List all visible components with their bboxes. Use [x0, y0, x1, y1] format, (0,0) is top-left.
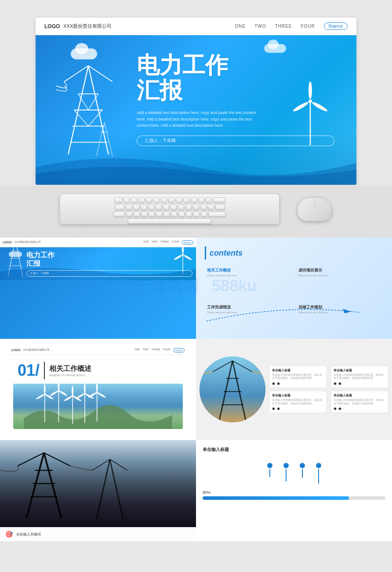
- kb-key: [141, 205, 147, 210]
- pin-dot-1: [267, 463, 272, 468]
- thumb-3-nav-one: ONE: [134, 348, 140, 352]
- thumb-4-left-cards: 单击输入标题 关击输入内容描述省相应位置注意，请点击文字进行修改，并成改为您的内…: [269, 366, 327, 414]
- kb-key: [123, 198, 130, 203]
- kb-key: [171, 212, 177, 217]
- info-card-2: 单击输入标题 关击输入内容描述省相应位置注意，请点击文字进行修改，并成改为您的内…: [330, 366, 388, 388]
- thumbnail-4[interactable]: 单击输入标题 关击输入内容描述省相应位置注意，请点击文字进行修改，并成改为您的内…: [196, 339, 392, 440]
- cloud-decoration-1: [71, 48, 97, 59]
- kb-key: [126, 212, 132, 217]
- thumbnail-6[interactable]: 单击输入标题: [196, 440, 392, 541]
- kb-key: [134, 212, 140, 217]
- kb-key: [171, 205, 177, 210]
- pin-dot-2: [283, 463, 289, 468]
- svg-point-57: [76, 393, 85, 400]
- keyboard-row-4: [65, 219, 274, 224]
- card-icons-4: ◉ ◉: [334, 407, 385, 411]
- hero-title: 电力工作 汇报: [137, 53, 334, 103]
- thumb-1-finance-badge: finance: [182, 240, 193, 245]
- svg-point-45: [58, 384, 59, 390]
- thumbnail-1[interactable]: LOGO XXX股份责任有限公司 ONE TWO THREE FOUR fina…: [0, 238, 196, 339]
- keyword-label: 在此输入关键词: [16, 532, 41, 537]
- section-title-en: Analysis of internal factors: [49, 374, 91, 377]
- thumbnails-grid: LOGO XXX股份责任有限公司 ONE TWO THREE FOUR fina…: [0, 238, 392, 541]
- thumbnail-3[interactable]: LOGO XXX股份责任有限公司 ONE TWO THREE FOUR fina…: [0, 339, 196, 440]
- kb-key: [113, 212, 125, 217]
- kb-key: [156, 212, 162, 217]
- kb-key: [208, 212, 226, 217]
- pin-2: [283, 463, 289, 468]
- thumb-5-bottom: 🎯 在此输入关键词: [0, 527, 196, 541]
- thumb-3-photo: [13, 384, 183, 429]
- progress-label: 80%: [203, 490, 385, 495]
- svg-point-42: [36, 393, 45, 400]
- contents-item-1-cn: 相关工作概述: [207, 268, 290, 273]
- thumb-1-title: 电力工作 汇报: [26, 251, 192, 268]
- thumb-1-reporter: 汇报人：千库网: [26, 270, 192, 277]
- nav-item-two[interactable]: TWO: [254, 24, 266, 29]
- night-tower-svg: [0, 440, 196, 527]
- thumb-1-logo: LOGO: [3, 241, 12, 244]
- keyboard-row-2: [65, 205, 274, 210]
- pin-1: [267, 463, 272, 468]
- pin-4: [316, 463, 321, 468]
- thumb-4-right-cards: 单击输入标题 关击输入内容描述省相应位置注意，请点击文字进行修改，并成改为您的内…: [330, 366, 388, 414]
- pin-dot-3: [300, 463, 305, 468]
- kb-key: [148, 205, 154, 210]
- kb-key: [193, 212, 200, 217]
- svg-rect-63: [200, 356, 265, 422]
- hero-title-line1: 电力工作: [137, 53, 334, 78]
- kb-key: [178, 212, 185, 217]
- hero-description: Add a detailed text description here, co…: [137, 110, 260, 128]
- timeline-pins: [203, 463, 385, 477]
- card-icon-4: ◉: [277, 407, 280, 411]
- nav-item-one[interactable]: ONE: [235, 24, 246, 29]
- finance-badge[interactable]: finance: [324, 22, 348, 30]
- card-icon-8: ◉: [338, 407, 341, 411]
- main-nav: LOGO XXX股份责任有限公司 ONE TWO THREE FOUR fina…: [36, 18, 356, 35]
- nav-item-four[interactable]: FOUR: [301, 24, 315, 29]
- target-icon: 🎯: [5, 531, 13, 538]
- pin-stem-2: [286, 469, 287, 481]
- company-name: XXX股份责任有限公司: [63, 23, 112, 29]
- section-title-block: 相关工作概述 Analysis of internal factors: [49, 364, 91, 377]
- thumb-1-company: XXX股份责任有限公司: [15, 240, 41, 244]
- thumb-1-nav-four: FOUR: [172, 240, 179, 245]
- kb-key: [141, 212, 147, 217]
- card-icons-2: ◉ ◉: [334, 381, 385, 385]
- svg-point-60: [96, 384, 98, 392]
- kb-key: [183, 198, 189, 203]
- contents-accent-bar: [205, 246, 206, 260]
- thumb-3-finance-badge: finance: [173, 348, 185, 352]
- nav-item-three[interactable]: THREE: [275, 24, 292, 29]
- kb-key: [178, 205, 184, 210]
- thumbnail-5[interactable]: 🎯 在此输入关键词: [0, 440, 196, 541]
- pin-stem-3: [302, 469, 303, 478]
- svg-point-61: [97, 392, 106, 398]
- thumb-3-nav-three: THREE: [152, 348, 160, 352]
- kb-key: [126, 205, 132, 210]
- kb-key: [163, 205, 169, 210]
- pin-3: [300, 463, 305, 468]
- pin-stem-4: [318, 469, 319, 484]
- kb-key: [193, 205, 199, 210]
- kb-key: [138, 198, 145, 203]
- thumb-3-nav: LOGO XXX股份责任有限公司 ONE TWO THREE FOUR fina…: [9, 345, 187, 355]
- contents-item-2-cn: 成功项目展示: [298, 268, 381, 273]
- card-icons-3: ◉ ◉: [272, 407, 324, 411]
- contents-title: contents: [210, 249, 243, 258]
- progress-section: 80%: [203, 490, 385, 500]
- thumb-3-nav-items: ONE TWO THREE FOUR finance: [134, 348, 185, 352]
- tower-circle-svg: [200, 356, 265, 422]
- svg-point-47: [50, 390, 59, 397]
- card-icon-2: ◉: [277, 381, 280, 385]
- kb-key: [208, 205, 214, 210]
- thumb-3-section-header: 01/ 相关工作概述 Analysis of internal factors: [9, 355, 187, 381]
- thumb-5-photo: [0, 440, 196, 527]
- card-icon-7: ◉: [334, 407, 337, 411]
- info-card-4: 单击输入标题 关击输入内容描述省相应位置注意，请点击文字进行修改，并成改为您的内…: [330, 391, 388, 413]
- section-divider: [44, 362, 45, 379]
- svg-point-50: [72, 386, 73, 396]
- pin-dot-4: [316, 463, 321, 468]
- progress-bar-fill: [203, 496, 349, 500]
- thumbnail-2[interactable]: contents 相关工作概述 Please add your title he…: [196, 238, 392, 339]
